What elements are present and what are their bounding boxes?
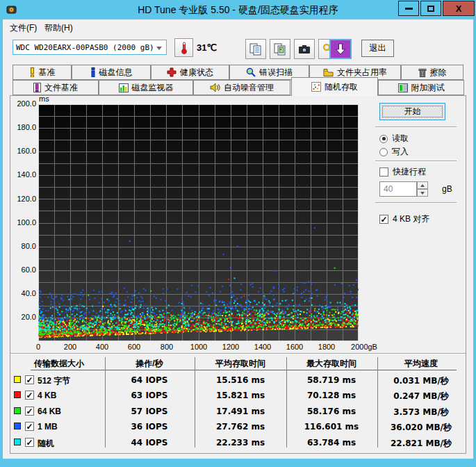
tab-label: 擦除 [430,67,447,79]
col-header: 平均存取时间 [215,358,265,370]
title-bar: HD Tune 专业版 5.50 - 硬盘/固态硬盘实用程序 X [0,0,476,19]
close-icon: X [456,3,462,14]
series-swatch [14,376,21,383]
short-stroke-checkbox[interactable]: 快捷行程 [379,166,426,178]
x-tick: 0 [36,343,40,351]
col-header: 操作/秒 [136,358,163,370]
drive-select-value: WDC WD20EARX-00PASB0 (2000 gB) [13,43,154,52]
spin-down-button[interactable] [417,189,428,197]
temperature-button[interactable] [174,38,193,57]
trash-icon [418,68,427,77]
read-label: 读取 [392,133,409,145]
separator [375,126,457,128]
copy-image-icon [274,43,286,56]
maximize-button[interactable] [420,1,441,16]
series-label: 4 KB [38,391,56,400]
x-tick: 800 [161,343,173,351]
scatter-icon [311,82,321,92]
app-window: HD Tune 专业版 5.50 - 硬盘/固态硬盘实用程序 X 文件(F) 帮… [0,0,476,467]
write-radio[interactable]: 写入 [379,146,409,158]
series-checkbox[interactable] [25,438,34,447]
short-stroke-input[interactable]: 40 [379,181,417,197]
series-checkbox[interactable] [25,422,34,431]
tab-disk-monitor[interactable]: 磁盘监视器 [99,80,193,95]
align-label: 4 KB 对齐 [393,213,429,225]
series-checkbox[interactable] [25,391,34,400]
x-tick: 400 [96,343,108,351]
random-access-scatter-chart [38,104,359,341]
spin-up-button[interactable] [417,181,428,189]
radio-icon [379,148,388,156]
temperature-value: 31℃ [197,42,217,53]
speed-value: 36.020 MB/秒 [391,422,452,434]
exit-label: 退出 [370,42,386,54]
short-stroke-label: 快捷行程 [393,166,426,178]
copy-image-button[interactable] [270,39,290,59]
tab-file-benchmark[interactable]: 文件基准 [13,80,99,95]
tab-random-access[interactable]: 随机存取 [291,77,378,96]
max-value: 70.128 ms [307,391,356,400]
avg-value: 17.491 ms [216,407,265,416]
radio-selected-icon [379,135,388,143]
save-results-button[interactable] [329,39,352,59]
separator [375,202,457,204]
y-tick: 200.0 [0,99,36,108]
tab-label: 自动噪音管理 [224,82,274,94]
extra-tests-icon [398,83,408,92]
tab-disk-info[interactable]: 磁盘信息 [72,65,151,80]
align-4kb-checkbox[interactable]: 4 KB 对齐 [379,213,429,225]
minimize-icon [405,8,413,10]
tab-extra-tests[interactable]: 附加测试 [378,80,464,95]
series-swatch [14,439,21,445]
separator [375,161,457,162]
speed-value: 22.821 MB/秒 [391,438,452,450]
y-tick: 80.0 [0,242,36,250]
series-checkbox[interactable] [25,407,34,416]
tab-label: 文件夹占用率 [337,67,387,79]
magnifier-icon [246,67,256,77]
info-icon [90,67,96,77]
bar-monitor-icon [119,83,129,92]
file-benchmark-icon [33,83,41,92]
x-tick: 1400 [254,343,271,351]
series-label: 1 MB [38,422,58,432]
series-label: 512 字节 [38,375,70,387]
tab-label: 磁盘监视器 [132,82,174,94]
up-arrow-icon [420,184,425,187]
tab-label: 错误扫描 [259,67,293,79]
column-divider [195,357,195,448]
ops-value: 63 IOPS [131,391,168,400]
tab-erase[interactable]: 擦除 [401,65,463,80]
y-tick: 40.0 [0,289,36,297]
x-tick: 2000gB [351,343,377,351]
tab-health[interactable]: 健康状态 [151,65,229,80]
copy-text-button[interactable] [245,39,266,59]
speed-value: 0.031 MB/秒 [393,375,449,387]
col-header: 传输数据大小 [34,358,84,370]
drive-select[interactable]: WDC WD20EARX-00PASB0 (2000 gB) [13,40,167,55]
series-checkbox[interactable] [25,375,34,384]
x-tick: 1600 [286,343,303,351]
speed-value: 0.247 MB/秒 [393,391,449,402]
ops-value: 64 IOPS [131,375,168,385]
menu-help[interactable]: 帮助(H) [40,21,77,33]
minimize-button[interactable] [398,1,419,16]
avg-value: 27.762 ms [216,422,265,432]
screenshot-button[interactable] [294,39,315,59]
tab-label: 基准 [39,67,56,79]
tab-aam[interactable]: 自动噪音管理 [193,80,290,95]
x-tick: 1200 [222,343,239,351]
menu-file[interactable]: 文件(F) [6,21,41,33]
tab-label: 磁盘信息 [99,67,133,79]
y-tick: 100.0 [0,218,36,227]
tab-benchmark[interactable]: 基准 [13,65,72,80]
column-divider [377,357,378,448]
max-value: 58.719 ms [307,375,356,385]
tab-label: 随机存取 [325,81,358,93]
y-tick: 120.0 [0,195,36,203]
read-radio[interactable]: 读取 [379,133,409,145]
start-button[interactable]: 开始 [379,103,445,120]
close-button[interactable]: X [443,1,475,16]
benchmark-icon [29,67,35,77]
exit-button[interactable]: 退出 [361,40,394,57]
